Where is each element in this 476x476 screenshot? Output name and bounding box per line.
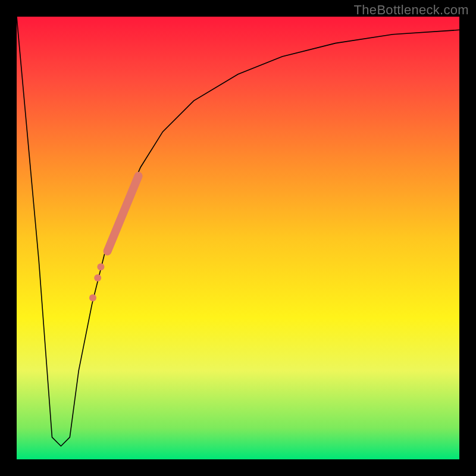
markers-group — [89, 263, 104, 301]
plot-area — [17, 17, 459, 459]
watermark: TheBottleneck.com — [354, 2, 469, 18]
svg-line-0 — [108, 176, 139, 252]
bottleneck-curve — [17, 17, 459, 446]
marker-dot — [89, 294, 96, 301]
chart-svg — [17, 17, 459, 459]
marker-dot — [94, 274, 101, 281]
chart-frame — [0, 0, 476, 476]
highlight-segment — [108, 176, 139, 252]
marker-dot — [97, 263, 104, 270]
